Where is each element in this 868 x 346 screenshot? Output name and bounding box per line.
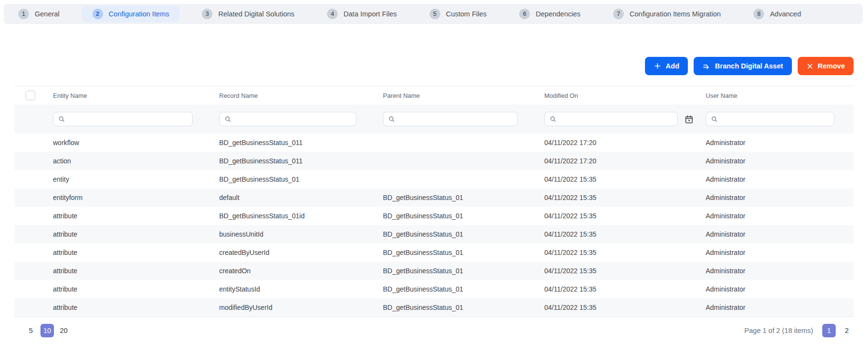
cell-user: Administrator: [698, 175, 854, 183]
cell-entity: workflow: [46, 139, 212, 146]
tab-number-badge: 7: [613, 9, 624, 19]
cell-parent: BD_getBusinessStatus_01: [376, 267, 537, 275]
cell-entity: attribute: [46, 304, 212, 311]
page-size-selector: 5 10 20: [24, 324, 70, 337]
tab-dependencies[interactable]: 6Dependencies: [509, 6, 591, 22]
tab-number-badge: 8: [753, 9, 764, 19]
cell-record: BD_getBusinessStatus_01id: [212, 212, 376, 220]
table-body: workflowBD_getBusinessStatus_01104/11/20…: [14, 133, 854, 317]
record-name-filter-input[interactable]: [235, 115, 351, 123]
cell-entity: attribute: [46, 230, 212, 238]
modified-on-filter-input[interactable]: [560, 115, 672, 123]
cell-parent: BD_getBusinessStatus_01: [376, 249, 537, 256]
tab-custom-files[interactable]: 5Custom Files: [419, 6, 498, 22]
entity-name-filter[interactable]: [53, 112, 193, 126]
table-row[interactable]: attributeBD_getBusinessStatus_01idBD_get…: [14, 207, 854, 225]
cell-modified: 04/11/2022 15:35: [537, 304, 698, 311]
search-icon: [58, 116, 65, 122]
page-button-2[interactable]: 2: [840, 324, 854, 337]
remove-button[interactable]: Remove: [798, 57, 854, 75]
page-size-10[interactable]: 10: [40, 324, 54, 337]
record-name-filter[interactable]: [219, 112, 356, 126]
cell-record: businessUnitId: [212, 230, 376, 238]
cell-parent: BD_getBusinessStatus_01: [376, 212, 537, 220]
tab-configuration-items[interactable]: 2Configuration Items: [82, 6, 180, 22]
toolbar: Add Branch Digital Asset Remove: [14, 57, 854, 75]
tab-advanced[interactable]: 8Advanced: [743, 6, 812, 22]
calendar-icon[interactable]: [684, 115, 694, 124]
tab-label: General: [35, 10, 60, 18]
user-name-filter-input[interactable]: [722, 115, 829, 123]
cell-modified: 04/11/2022 15:35: [537, 230, 698, 238]
parent-name-filter[interactable]: [383, 112, 518, 126]
cell-record: BD_getBusinessStatus_011: [212, 157, 376, 165]
cell-parent: BD_getBusinessStatus_01: [376, 194, 537, 201]
column-header-modified-on[interactable]: Modified On: [537, 92, 698, 99]
tab-number-badge: 6: [519, 9, 530, 19]
filter-cell-modified-on: [537, 112, 698, 126]
table-row[interactable]: actionBD_getBusinessStatus_01104/11/2022…: [14, 152, 854, 170]
table-row[interactable]: attributebusinessUnitIdBD_getBusinessSta…: [14, 225, 854, 243]
page-size-5[interactable]: 5: [24, 324, 38, 337]
cell-modified: 04/11/2022 15:35: [537, 267, 698, 275]
cell-record: modifiedByUserId: [212, 304, 376, 311]
table-row[interactable]: attributecreatedOnBD_getBusinessStatus_0…: [14, 262, 854, 280]
select-all-checkbox[interactable]: [26, 91, 35, 100]
cell-modified: 04/11/2022 15:35: [537, 212, 698, 220]
configuration-items-table: Entity Name Record Name Parent Name Modi…: [14, 86, 854, 317]
cell-parent: BD_getBusinessStatus_01: [376, 285, 537, 293]
tab-related-digital-solutions[interactable]: 3Related Digital Solutions: [191, 6, 305, 22]
remove-button-label: Remove: [818, 62, 845, 70]
table-row[interactable]: attributeentityStatusIdBD_getBusinessSta…: [14, 280, 854, 298]
branch-button-label: Branch Digital Asset: [715, 62, 783, 70]
x-icon: [806, 63, 814, 70]
table-filter-row: [14, 105, 854, 133]
page-size-20[interactable]: 20: [57, 324, 70, 337]
tab-configuration-items-migration[interactable]: 7Configuration Items Migration: [603, 6, 731, 22]
cell-record: entityStatusId: [212, 285, 376, 293]
branch-digital-asset-button[interactable]: Branch Digital Asset: [694, 57, 791, 75]
tab-general[interactable]: 1General: [8, 6, 70, 22]
cell-user: Administrator: [698, 157, 854, 165]
column-header-entity-name[interactable]: Entity Name: [46, 92, 212, 99]
tab-label: Data Import Files: [343, 10, 396, 18]
entity-name-filter-input[interactable]: [69, 115, 187, 123]
tab-label: Custom Files: [446, 10, 487, 18]
search-icon: [388, 116, 395, 122]
cell-entity: entity: [46, 175, 212, 183]
table-row[interactable]: attributemodifiedByUserIdBD_getBusinessS…: [14, 298, 854, 317]
cell-parent: BD_getBusinessStatus_01: [376, 304, 537, 311]
column-header-record-name[interactable]: Record Name: [212, 92, 376, 99]
table-row[interactable]: attributecreatedByUserIdBD_getBusinessSt…: [14, 243, 854, 262]
tab-number-badge: 3: [202, 9, 212, 19]
add-button[interactable]: Add: [645, 57, 688, 75]
cell-record: BD_getBusinessStatus_01: [212, 175, 376, 183]
modified-on-filter[interactable]: [544, 112, 678, 126]
user-name-filter[interactable]: [706, 112, 834, 126]
configuration-items-page: 1General2Configuration Items3Related Dig…: [0, 4, 868, 344]
filter-cell-user-name: [698, 112, 854, 126]
cell-entity: attribute: [46, 212, 212, 220]
cell-entity: attribute: [46, 285, 212, 293]
cell-record: createdOn: [212, 267, 376, 275]
table-row[interactable]: entityBD_getBusinessStatus_0104/11/2022 …: [14, 170, 854, 188]
tab-number-badge: 2: [92, 9, 103, 19]
table-row[interactable]: workflowBD_getBusinessStatus_01104/11/20…: [14, 133, 854, 152]
column-header-parent-name[interactable]: Parent Name: [376, 92, 537, 99]
cell-user: Administrator: [698, 304, 854, 311]
column-header-user-name[interactable]: User Name: [698, 92, 854, 99]
table-header-row: Entity Name Record Name Parent Name Modi…: [14, 86, 854, 105]
filter-cell-parent-name: [376, 112, 537, 126]
tab-bar: 1General2Configuration Items3Related Dig…: [4, 4, 863, 24]
cell-user: Administrator: [698, 194, 854, 201]
pagination-info: Page 1 of 2 (18 items): [744, 327, 813, 334]
parent-name-filter-input[interactable]: [399, 115, 513, 123]
add-button-label: Add: [666, 62, 679, 70]
page-button-1[interactable]: 1: [822, 324, 836, 337]
cell-modified: 04/11/2022 17:20: [537, 139, 698, 146]
tab-label: Related Digital Solutions: [218, 10, 294, 18]
cell-modified: 04/11/2022 15:35: [537, 249, 698, 256]
tab-data-import-files[interactable]: 4Data Import Files: [316, 6, 407, 22]
cell-user: Administrator: [698, 230, 854, 238]
table-row[interactable]: entityformdefaultBD_getBusinessStatus_01…: [14, 188, 854, 207]
